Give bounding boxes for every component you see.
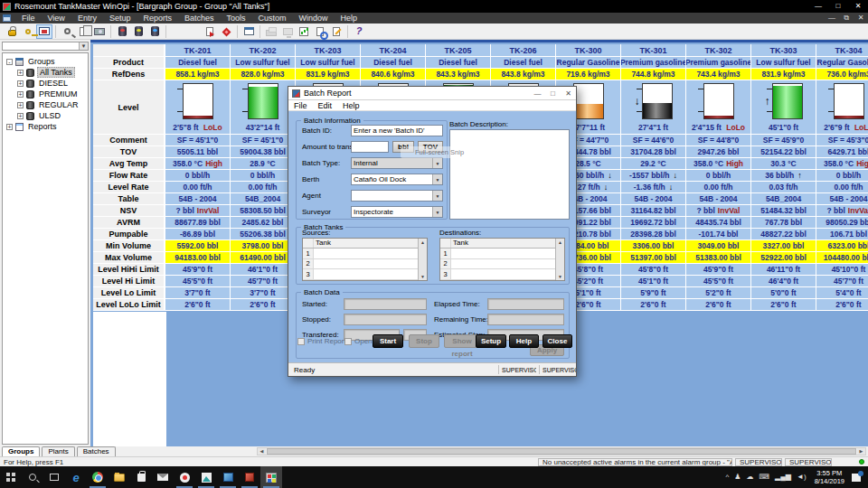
menu-custom[interactable]: Custom — [251, 14, 292, 23]
source-row[interactable]: 1▼ — [303, 249, 427, 259]
chevron-down-icon[interactable]: ▼ — [79, 42, 88, 50]
dialog-menu-help[interactable]: Help — [337, 100, 365, 110]
sidebar-item-premium[interactable]: +PREMIUM — [3, 89, 88, 99]
menu-entry[interactable]: Entry — [71, 14, 103, 23]
scroll-up-icon[interactable]: ▲ — [420, 239, 425, 245]
menu-tools[interactable]: Tools — [220, 14, 251, 23]
report-view-icon[interactable] — [312, 24, 328, 39]
alarm-icon[interactable] — [218, 24, 234, 39]
source-tank-cell[interactable] — [314, 259, 427, 269]
destination-row[interactable]: 1▼ — [440, 249, 564, 259]
berth-combo[interactable]: Cataño Oil Dock▼ — [351, 174, 443, 185]
surveyor-combo[interactable]: Inspectorate▼ — [351, 206, 443, 218]
menu-batches[interactable]: Batches — [178, 14, 221, 23]
chevron-down-icon[interactable]: ▼ — [432, 174, 442, 184]
dialog-menu-edit[interactable]: Edit — [313, 100, 338, 110]
window-maximize-button[interactable]: □ — [828, 0, 848, 13]
destinations-grid[interactable]: Tank1▼23▲▼ — [439, 238, 565, 281]
tree-expander-icon[interactable]: + — [17, 70, 24, 76]
network-icon[interactable]: ▂▄▆ — [775, 473, 791, 482]
destination-tank-cell[interactable] — [451, 259, 564, 269]
scroll-left-icon[interactable]: ◀ — [258, 448, 266, 455]
batch-type-combo[interactable]: Internal▼ — [351, 157, 443, 169]
setup-button[interactable]: Setup — [476, 334, 506, 348]
tank-red-icon[interactable] — [114, 24, 130, 39]
destination-row[interactable]: 3 — [440, 269, 564, 280]
checkbox-icon[interactable] — [344, 338, 352, 345]
scroll-right-icon[interactable]: ▶ — [857, 448, 865, 455]
window-close-button[interactable]: ✕ — [848, 0, 868, 13]
group-add-icon[interactable] — [185, 24, 202, 39]
edge-icon[interactable]: e — [65, 466, 87, 488]
amount-input[interactable] — [351, 141, 389, 153]
destination-tank-cell[interactable] — [451, 269, 564, 279]
tab-plants[interactable]: Plants — [42, 446, 74, 456]
sources-grid[interactable]: Tank1▼23▲▼ — [302, 238, 428, 281]
tray-expand-icon[interactable]: ^ — [726, 473, 730, 482]
group-tree-icon[interactable] — [169, 24, 185, 39]
device-icon[interactable] — [279, 24, 296, 39]
new-window-icon[interactable] — [241, 24, 257, 39]
menu-file[interactable]: File — [15, 14, 42, 23]
scroll-down-icon[interactable]: ▼ — [558, 274, 562, 279]
keyboard-icon[interactable]: ⌨ — [760, 473, 770, 482]
menu-window[interactable]: Window — [293, 14, 335, 23]
tree-expander-icon[interactable]: + — [17, 102, 24, 108]
photos-icon[interactable] — [195, 466, 217, 488]
source-row[interactable]: 2 — [303, 259, 427, 270]
source-row[interactable]: 3 — [303, 269, 427, 280]
task-view-button[interactable] — [43, 466, 65, 488]
dialog-menu-file[interactable]: File — [288, 100, 313, 110]
tree-expander-icon[interactable]: + — [17, 91, 24, 98]
source-tank-cell[interactable]: ▼ — [314, 249, 427, 258]
scroll-down-icon[interactable]: ▼ — [420, 274, 425, 279]
scrollbar-thumb[interactable] — [267, 448, 856, 455]
snapshot-icon[interactable] — [91, 24, 108, 39]
sidebar-item-ulsd[interactable]: +ULSD — [3, 110, 88, 121]
batch-id-input[interactable]: Enter a new 'Batch ID' — [351, 125, 443, 136]
tree-expander-icon[interactable]: + — [6, 124, 13, 130]
file-explorer-icon[interactable] — [108, 466, 130, 488]
tree-expander-icon[interactable]: - — [6, 59, 13, 65]
agent-combo[interactable]: ▼ — [351, 190, 443, 202]
menu-reports[interactable]: Reports — [137, 14, 178, 23]
tankmaster-icon[interactable] — [260, 466, 282, 488]
volume-icon[interactable]: ◄) — [797, 473, 807, 482]
store-icon[interactable] — [130, 466, 152, 488]
destination-tank-cell[interactable]: ▼ — [451, 249, 564, 258]
scroll-up-icon[interactable]: ▲ — [558, 239, 562, 245]
chevron-down-icon[interactable]: ▼ — [432, 207, 442, 217]
mdi-restore-button[interactable]: ⧉ — [839, 13, 854, 23]
grid-vertical-scrollbar[interactable]: ▲▼ — [418, 239, 427, 280]
chart-icon[interactable] — [296, 24, 312, 39]
print-report-checkbox[interactable]: Print Report — [297, 337, 346, 345]
menu-help[interactable]: Help — [335, 14, 364, 23]
dialog-minimize-button[interactable]: — — [530, 89, 545, 98]
sidebar-item-regular[interactable]: +REGULAR — [3, 99, 88, 110]
dialog-maximize-button[interactable]: □ — [545, 89, 561, 98]
people-icon[interactable]: ♟ — [734, 473, 741, 482]
mail-icon[interactable] — [152, 466, 174, 488]
action-center-icon[interactable] — [852, 474, 861, 482]
menu-view[interactable]: View — [42, 14, 71, 23]
menu-setup[interactable]: Setup — [103, 14, 137, 23]
mdi-close-button[interactable]: ✕ — [854, 13, 868, 23]
batch-description-textarea[interactable] — [449, 129, 570, 220]
mdi-minimize-button[interactable]: — — [825, 13, 839, 23]
sidebar-item-all-tanks[interactable]: +All Tanks — [3, 67, 88, 78]
sidebar-item-diesel[interactable]: +DIESEL — [3, 78, 88, 89]
help-icon[interactable]: ? — [351, 24, 367, 39]
search-button[interactable] — [22, 466, 43, 488]
start-button[interactable]: Start — [373, 334, 403, 348]
chrome-icon[interactable] — [87, 466, 108, 488]
snip-icon[interactable] — [174, 466, 195, 488]
dialog-close-button[interactable]: ✕ — [561, 89, 576, 98]
close-button[interactable]: Close — [542, 334, 572, 348]
grid-vertical-scrollbar[interactable]: ▲▼ — [555, 239, 564, 280]
chevron-down-icon[interactable]: ▼ — [432, 158, 442, 168]
source-tank-cell[interactable] — [314, 269, 427, 279]
tree-expander-icon[interactable]: + — [17, 113, 24, 119]
chevron-down-icon[interactable]: ▼ — [432, 191, 442, 201]
sidebar-item-reports[interactable]: +Reports — [3, 121, 88, 132]
tank-view-icon[interactable] — [36, 24, 52, 39]
